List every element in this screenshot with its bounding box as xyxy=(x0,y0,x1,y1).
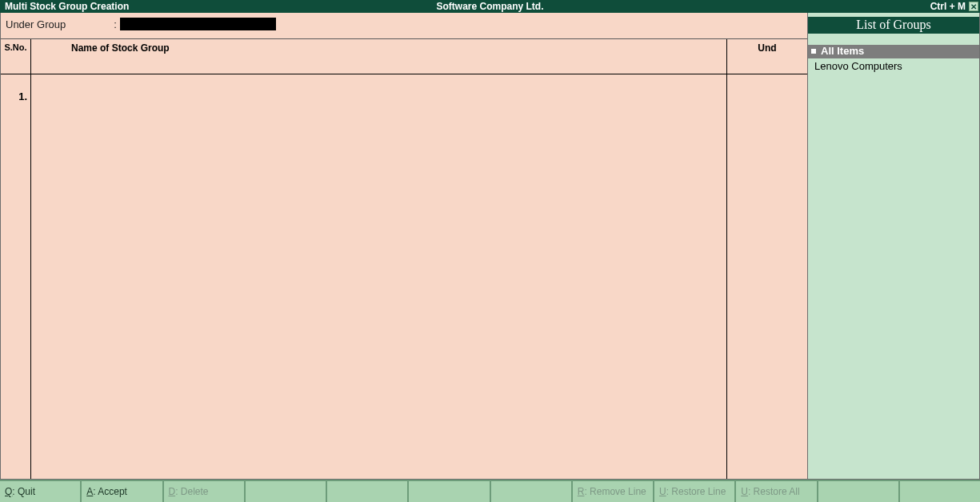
side-item-label: All Items xyxy=(821,45,864,57)
screen-title: Multi Stock Group Creation xyxy=(0,1,129,12)
quit-button[interactable]: Q: Quit xyxy=(0,481,82,502)
cell-name[interactable] xyxy=(31,74,727,479)
title-bar: Multi Stock Group Creation Software Comp… xyxy=(0,0,980,13)
empty-slot-4 xyxy=(491,481,573,502)
accept-button[interactable]: A: Accept xyxy=(82,481,163,502)
col-header-sno: S.No. xyxy=(1,39,31,74)
cell-sno: 1. xyxy=(1,74,31,479)
empty-slot-5 xyxy=(818,481,900,502)
under-group-label: Under Group xyxy=(6,18,66,30)
main-area: Under Group : S.No. Name of Stock Group … xyxy=(1,13,807,479)
side-panel: List of Groups All Items Lenovo Computer… xyxy=(807,13,979,479)
form-area: Under Group : xyxy=(1,13,807,39)
colon: : xyxy=(114,18,117,30)
remove-line-button[interactable]: R: Remove Line xyxy=(573,481,654,502)
under-group-input[interactable] xyxy=(120,18,276,30)
restore-line-button[interactable]: U: Restore Line xyxy=(654,481,736,502)
side-item-lenovo[interactable]: Lenovo Computers xyxy=(808,58,979,72)
cell-under[interactable] xyxy=(727,74,807,479)
table-row[interactable]: 1. xyxy=(1,74,807,479)
restore-all-button[interactable]: U: Restore All xyxy=(736,481,818,502)
close-icon[interactable]: ✕ xyxy=(969,2,978,11)
delete-button[interactable]: D: Delete xyxy=(164,481,246,502)
side-panel-title: List of Groups xyxy=(808,17,979,34)
empty-slot-6 xyxy=(900,481,980,502)
grid-body: 1. xyxy=(1,74,807,479)
grid-header: S.No. Name of Stock Group Und xyxy=(1,39,807,74)
side-item-all[interactable]: All Items xyxy=(808,45,979,58)
company-name: Software Company Ltd. xyxy=(436,1,543,12)
col-header-under: Und xyxy=(727,39,807,74)
empty-slot-2 xyxy=(327,481,409,502)
col-header-name: Name of Stock Group xyxy=(31,39,727,74)
empty-slot-1 xyxy=(246,481,327,502)
shortcut-hint: Ctrl + M xyxy=(930,1,966,12)
bullet-icon xyxy=(811,49,816,54)
bottom-bar: Q: Quit A: Accept D: Delete R: Remove Li… xyxy=(0,480,980,502)
empty-slot-3 xyxy=(409,481,490,502)
